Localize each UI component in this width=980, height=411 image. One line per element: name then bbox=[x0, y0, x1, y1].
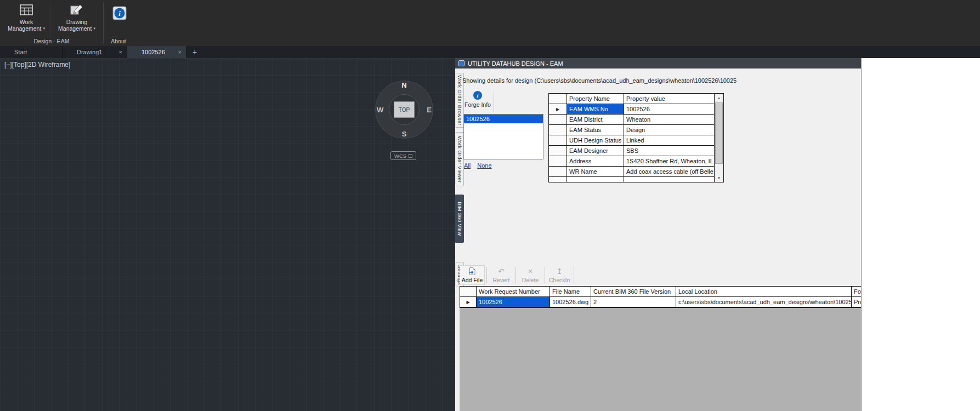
property-row: ▶ EAM WMS No 1002526 bbox=[549, 104, 714, 115]
compass-top-face[interactable]: TOP bbox=[394, 101, 415, 118]
row-selector[interactable] bbox=[549, 135, 567, 146]
property-grid-header-value[interactable]: Property value bbox=[624, 94, 714, 104]
property-value-cell[interactable]: Linked bbox=[624, 135, 714, 146]
property-name-cell[interactable] bbox=[567, 177, 624, 182]
drawing-viewport[interactable]: [−][Top][2D Wireframe] N W E S TOP WCS bbox=[0, 58, 455, 411]
property-name-cell[interactable]: UDH Design Status bbox=[567, 135, 624, 146]
revert-label: Revert bbox=[493, 277, 510, 283]
delete-icon: × bbox=[528, 267, 533, 276]
tab-label: 1002526 bbox=[141, 49, 165, 55]
row-selector[interactable] bbox=[549, 156, 567, 167]
svg-text:i: i bbox=[118, 9, 121, 18]
property-value-cell[interactable]: 1S420 Shaffner Rd, Wheaton, IL ... bbox=[624, 156, 714, 167]
add-file-icon bbox=[468, 267, 477, 276]
checkin-button[interactable]: ↥ CheckIn bbox=[547, 265, 572, 285]
compass-east[interactable]: E bbox=[427, 106, 432, 114]
tab-work-order-viewer[interactable]: Work Order Viewer bbox=[455, 132, 464, 186]
row-selector[interactable] bbox=[549, 115, 567, 125]
close-icon[interactable]: × bbox=[178, 49, 182, 55]
toolbar-divider bbox=[516, 267, 516, 283]
table-grid-icon bbox=[19, 4, 33, 17]
drawing-tools-icon bbox=[70, 4, 84, 17]
ribbon-group-divider bbox=[103, 3, 104, 43]
tab-bim-360-view[interactable]: BIM 360 View bbox=[455, 195, 464, 243]
drawing-management-button[interactable]: Drawing Management ▾ bbox=[53, 2, 101, 35]
viewport-controls: [−][Top][2D Wireframe] bbox=[4, 61, 70, 68]
viewport-visualstyle-control[interactable]: [2D Wireframe] bbox=[26, 61, 71, 68]
cell-local-location[interactable]: c:\users\sbs\documents\acad_udh_eam_desi… bbox=[676, 297, 852, 307]
viewport-menu-control[interactable]: [−] bbox=[4, 61, 12, 68]
delete-label: Delete bbox=[522, 277, 539, 283]
chevron-down-icon: ▾ bbox=[43, 25, 45, 32]
tab-drawing1[interactable]: Drawing1 × bbox=[63, 46, 127, 58]
scroll-down-icon[interactable]: ▼ bbox=[715, 174, 723, 182]
col-clipped[interactable]: Fo bbox=[852, 287, 861, 297]
row-selector[interactable] bbox=[549, 125, 567, 135]
property-grid-header-name[interactable]: Property Name bbox=[567, 94, 624, 104]
panel-titlebar[interactable]: UTILITY DATAHUB DESIGN - EAM bbox=[455, 58, 861, 68]
property-value-cell[interactable]: Wheaton bbox=[624, 115, 714, 125]
property-row-partial bbox=[549, 177, 714, 182]
property-grid-header-row: Property Name Property value bbox=[549, 94, 714, 104]
viewport-view-control[interactable]: [Top] bbox=[12, 61, 26, 68]
col-bim360-version[interactable]: Current BIM 360 File Version bbox=[591, 287, 676, 297]
row-selector[interactable]: ▶ bbox=[549, 104, 567, 115]
cell-file-name[interactable]: 1002526.dwg bbox=[550, 297, 591, 307]
compass-west[interactable]: W bbox=[377, 106, 383, 114]
ucs-icon bbox=[409, 154, 412, 158]
close-icon[interactable]: × bbox=[119, 49, 122, 55]
view-compass: N W E S TOP bbox=[372, 77, 437, 142]
col-work-request-number[interactable]: Work Request Number bbox=[477, 287, 550, 297]
chevron-down-icon: ▾ bbox=[93, 25, 95, 32]
work-management-button[interactable]: Work Management ▾ bbox=[3, 2, 49, 35]
ribbon-group-label-about: About bbox=[103, 38, 134, 44]
tab-1002526[interactable]: 1002526 × bbox=[127, 46, 186, 58]
property-row: UDH Design Status Linked bbox=[549, 135, 714, 146]
property-name-cell[interactable]: EAM Status bbox=[567, 125, 624, 135]
property-grid-body: Property Name Property value ▶ EAM WMS N… bbox=[549, 94, 714, 182]
property-grid-scrollbar[interactable]: ▲ ▼ bbox=[714, 94, 723, 182]
new-tab-button[interactable]: + bbox=[186, 46, 203, 58]
select-all-link[interactable]: All bbox=[464, 162, 471, 169]
design-list-item[interactable]: 1002526 bbox=[464, 115, 543, 123]
tab-label: Drawing1 bbox=[77, 49, 102, 55]
checkin-icon: ↥ bbox=[556, 267, 563, 276]
delete-button[interactable]: × Delete bbox=[518, 265, 543, 285]
panel-title-text: UTILITY DATAHUB DESIGN - EAM bbox=[468, 60, 563, 67]
property-name-cell[interactable]: EAM WMS No bbox=[567, 104, 624, 115]
forge-info-button[interactable]: i Forge Info bbox=[463, 91, 492, 113]
row-selector[interactable] bbox=[549, 146, 567, 156]
toolbar-divider bbox=[574, 267, 574, 283]
select-none-link[interactable]: None bbox=[477, 162, 491, 169]
tab-start[interactable]: Start bbox=[0, 46, 63, 58]
row-selector[interactable]: ▶ bbox=[460, 297, 477, 307]
row-selector[interactable] bbox=[549, 177, 567, 182]
scroll-up-icon[interactable]: ▲ bbox=[715, 94, 723, 102]
revert-button[interactable]: ↶ Revert bbox=[489, 265, 514, 285]
property-value-cell[interactable] bbox=[624, 177, 714, 182]
showing-details-text: Showing details for design (C:\users\sbs… bbox=[462, 77, 737, 84]
toolbar-divider bbox=[486, 267, 487, 283]
property-row: Address 1S420 Shaffner Rd, Wheaton, IL .… bbox=[549, 156, 714, 167]
property-value-cell[interactable]: 1002526 bbox=[624, 104, 714, 115]
compass-north[interactable]: N bbox=[372, 81, 437, 89]
compass-south[interactable]: S bbox=[372, 130, 437, 138]
ribbon: Work Management ▾ Drawing Management ▾ D… bbox=[0, 0, 980, 46]
col-local-location[interactable]: Local Location bbox=[676, 287, 852, 297]
property-name-cell[interactable]: Address bbox=[567, 156, 624, 167]
col-file-name[interactable]: File Name bbox=[550, 287, 591, 297]
add-file-button[interactable]: Add File bbox=[460, 265, 485, 285]
cell-bim360-version[interactable]: 2 bbox=[591, 297, 676, 307]
ucs-indicator[interactable]: WCS bbox=[390, 151, 416, 160]
property-value-cell[interactable]: Add coax access cable (off Belle... bbox=[624, 167, 714, 177]
cell-work-request-number[interactable]: 1002526 bbox=[477, 297, 550, 307]
property-value-cell[interactable]: Design bbox=[624, 125, 714, 135]
property-name-cell[interactable]: EAM District bbox=[567, 115, 624, 125]
cell-clipped[interactable]: Pro bbox=[852, 297, 861, 307]
row-selector[interactable] bbox=[549, 167, 567, 177]
property-value-cell[interactable]: SBS bbox=[624, 146, 714, 156]
scrollbar-thumb[interactable] bbox=[715, 102, 723, 164]
property-name-cell[interactable]: WR Name bbox=[567, 167, 624, 177]
about-button[interactable]: i bbox=[109, 4, 131, 35]
property-name-cell[interactable]: EAM Designer bbox=[567, 146, 624, 156]
